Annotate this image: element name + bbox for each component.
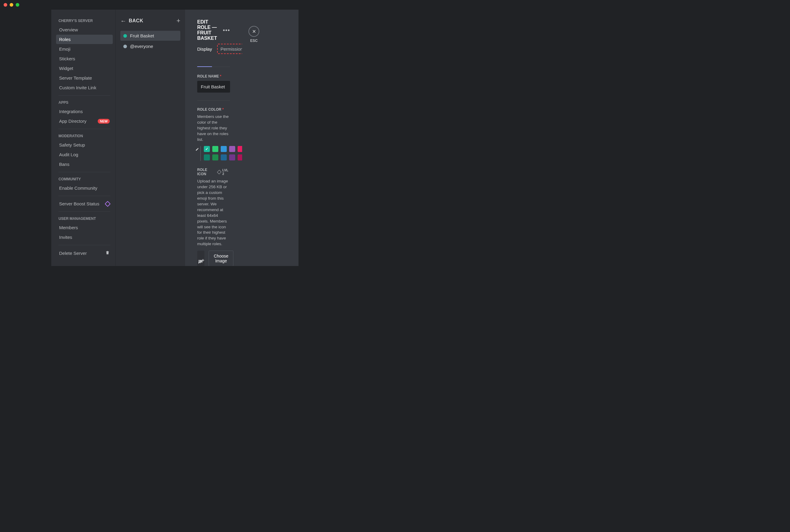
sidebar-item-label: Audit Log <box>59 152 78 157</box>
esc-label: ESC <box>250 39 258 43</box>
sidebar-item-label: Server Template <box>59 75 92 80</box>
role-item[interactable]: Fruit Basket <box>120 31 180 41</box>
role-color-help: Members use the color of the highest rol… <box>197 114 230 142</box>
sidebar-item-label: Emoji <box>59 46 71 52</box>
settings-sidebar: CHERRY'S SERVER OverviewRolesEmojiSticke… <box>51 10 115 266</box>
color-swatch[interactable] <box>221 154 227 160</box>
sidebar-item-overview[interactable]: Overview <box>56 25 113 34</box>
pencil-icon <box>195 148 199 152</box>
roles-list-column: ← BACK + Fruit Basket@everyone <box>115 10 185 266</box>
color-swatch[interactable] <box>229 154 235 160</box>
custom-color-swatch[interactable] <box>200 146 201 161</box>
sidebar-item-app-directory[interactable]: App DirectoryNEW <box>56 116 113 126</box>
sidebar-item-server-template[interactable]: Server Template <box>56 73 113 83</box>
server-name-header: CHERRY'S SERVER <box>56 17 113 25</box>
tabs-row: DisplayPermissionsManage Members (1) <box>197 46 230 67</box>
sidebar-item-label: Overview <box>59 27 78 32</box>
sidebar-item-roles[interactable]: Roles <box>56 35 113 44</box>
role-item[interactable]: @everyone <box>120 41 180 51</box>
sidebar-item-label: Stickers <box>59 56 75 61</box>
color-swatch[interactable] <box>237 154 242 160</box>
sidebar-item-stickers[interactable]: Stickers <box>56 54 113 63</box>
sidebar-item-label: Server Boost Status <box>59 201 99 206</box>
divider <box>58 95 110 96</box>
sidebar-item-delete-server[interactable]: Delete Server <box>56 248 113 258</box>
sidebar-item-label: Bans <box>59 162 69 167</box>
color-swatch[interactable] <box>212 146 218 152</box>
page-title: EDIT ROLE — FRUIT BASKET <box>197 19 223 41</box>
sidebar-item-label: Delete Server <box>59 251 87 256</box>
sidebar-item-members[interactable]: Members <box>56 223 113 232</box>
back-button[interactable]: ← BACK <box>120 18 143 24</box>
sidebar-item-label: Roles <box>59 37 71 42</box>
add-role-button[interactable]: + <box>176 17 180 25</box>
color-swatch[interactable] <box>204 146 210 152</box>
role-color-dot <box>123 45 127 48</box>
far-right-spacer <box>298 10 395 266</box>
boost-gem-icon <box>104 201 111 207</box>
window-maximize[interactable] <box>16 3 19 7</box>
role-label: @everyone <box>130 44 153 49</box>
role-label: Fruit Basket <box>130 33 154 38</box>
window-minimize[interactable] <box>9 3 13 7</box>
sidebar-item-emoji[interactable]: Emoji <box>56 44 113 54</box>
role-name-label: ROLE NAME * <box>197 74 230 78</box>
divider <box>58 211 110 212</box>
lvl-badge: LVL 2 <box>218 168 230 175</box>
role-color-dot <box>123 34 127 38</box>
color-swatch[interactable] <box>212 154 218 160</box>
tab-display[interactable]: Display <box>197 46 212 67</box>
sidebar-item-label: Invites <box>59 235 72 240</box>
community-header: COMMUNITY <box>56 175 113 183</box>
sidebar-item-label: Integrations <box>59 109 83 114</box>
divider <box>58 196 110 196</box>
apps-header: APPS <box>56 99 113 107</box>
role-icon-upload-box[interactable] <box>197 251 205 266</box>
sidebar-item-label: Safety Setup <box>59 142 85 148</box>
role-name-input[interactable] <box>197 81 230 93</box>
gem-icon <box>217 170 221 174</box>
sidebar-item-enable-community[interactable]: Enable Community <box>56 183 113 193</box>
close-button[interactable]: ✕ <box>248 26 259 37</box>
tab-permissions[interactable]: Permissions <box>220 46 242 66</box>
role-icon-help: Upload an image under 256 KB or pick a c… <box>197 178 230 247</box>
content-column: EDIT ROLE — FRUIT BASKET ••• DisplayPerm… <box>185 10 242 266</box>
sidebar-item-label: Enable Community <box>59 186 97 191</box>
left-spacer <box>0 10 51 266</box>
role-color-label: ROLE COLOR * <box>197 107 230 112</box>
sidebar-item-audit-log[interactable]: Audit Log <box>56 150 113 159</box>
sidebar-item-label: App Directory <box>59 118 86 124</box>
color-swatch[interactable] <box>237 146 242 152</box>
sidebar-item-integrations[interactable]: Integrations <box>56 107 113 116</box>
image-plus-icon <box>197 259 205 266</box>
window-close[interactable] <box>4 3 7 7</box>
back-label: BACK <box>129 18 143 23</box>
right-fill <box>266 10 298 266</box>
moderation-header: MODERATION <box>56 132 113 140</box>
color-swatch[interactable] <box>204 154 210 160</box>
trash-icon <box>105 250 110 256</box>
divider <box>58 245 110 245</box>
color-swatch[interactable] <box>221 146 227 152</box>
new-badge: NEW <box>98 119 110 124</box>
sidebar-item-label: Custom Invite Link <box>59 85 96 90</box>
window-controls <box>0 0 395 10</box>
divider <box>58 172 110 172</box>
sidebar-item-label: Members <box>59 225 78 230</box>
sidebar-item-widget[interactable]: Widget <box>56 64 113 73</box>
choose-image-button[interactable]: Choose Image <box>209 251 233 266</box>
sidebar-item-boost[interactable]: Server Boost Status <box>56 199 113 208</box>
role-icon-label: ROLE ICON <box>197 168 215 176</box>
sidebar-item-safety-setup[interactable]: Safety Setup <box>56 140 113 150</box>
sidebar-item-custom-invite-link[interactable]: Custom Invite Link <box>56 83 113 92</box>
more-options-button[interactable]: ••• <box>223 27 230 34</box>
user-mgmt-header: USER MANAGEMENT <box>56 215 113 223</box>
close-column: ✕ ESC <box>242 10 266 266</box>
arrow-left-icon: ← <box>120 18 126 24</box>
sidebar-item-bans[interactable]: Bans <box>56 159 113 169</box>
color-swatch[interactable] <box>229 146 235 152</box>
sidebar-item-label: Widget <box>59 66 73 71</box>
sidebar-item-invites[interactable]: Invites <box>56 232 113 242</box>
divider <box>197 100 230 101</box>
